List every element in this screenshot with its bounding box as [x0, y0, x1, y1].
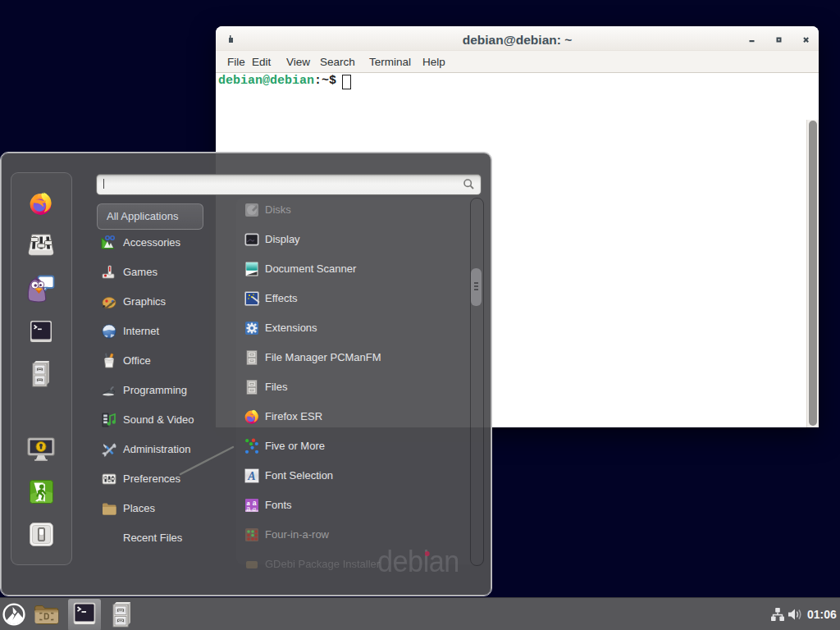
svg-text:a: a — [247, 504, 251, 513]
svg-text:A: A — [247, 470, 255, 482]
svg-text:a: a — [253, 504, 256, 513]
